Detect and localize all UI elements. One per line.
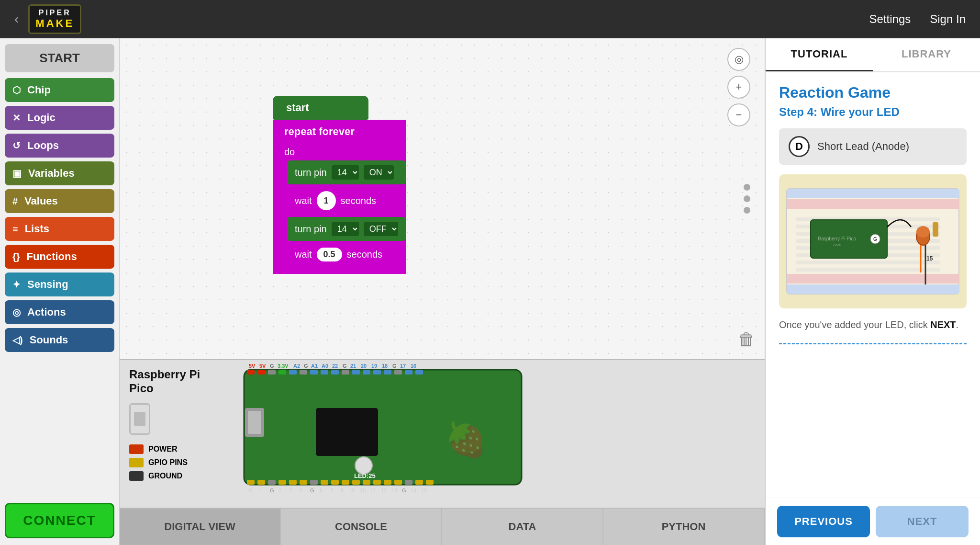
- previous-button[interactable]: PREVIOUS: [777, 506, 870, 537]
- trash-icon[interactable]: 🗑: [738, 329, 755, 350]
- functions-label: Functions: [27, 250, 77, 263]
- svg-text:G: G: [270, 488, 274, 493]
- svg-text:A0: A0: [322, 363, 328, 369]
- svg-text:4: 4: [300, 488, 302, 493]
- wait-label-1: wait: [295, 195, 312, 206]
- actions-icon: ◎: [12, 307, 21, 318]
- svg-rect-66: [384, 480, 391, 485]
- svg-rect-63: [352, 480, 360, 485]
- svg-rect-88: [796, 261, 940, 264]
- zoom-in-button[interactable]: +: [727, 76, 750, 99]
- svg-rect-78: [787, 189, 959, 198]
- panel-tab-tutorial[interactable]: TUTORIAL: [766, 38, 873, 71]
- start-block[interactable]: start: [273, 96, 368, 120]
- functions-icon: {}: [12, 251, 20, 262]
- sidebar: START ⬡ Chip ✕ Logic ↺ Loops ▣ Variables…: [0, 38, 120, 545]
- svg-rect-31: [384, 370, 391, 375]
- svg-text:3.3V: 3.3V: [278, 363, 289, 369]
- svg-text:G: G: [343, 363, 347, 369]
- wait-1-block[interactable]: wait 1 seconds: [287, 186, 406, 215]
- logic-label: Logic: [27, 112, 56, 124]
- svg-rect-26: [331, 370, 339, 375]
- state-selector-on[interactable]: ON: [364, 165, 394, 180]
- sidebar-item-sensing[interactable]: ✦ Sensing: [5, 272, 114, 296]
- tab-data[interactable]: DATA: [442, 509, 603, 545]
- pi-label-area: Raspberry Pi Pico POWER: [120, 360, 215, 508]
- svg-text:18: 18: [382, 363, 388, 369]
- loops-icon: ↺: [12, 140, 21, 151]
- do-label: do: [273, 144, 406, 160]
- sidebar-start-label: START: [5, 44, 114, 72]
- sidebar-item-actions[interactable]: ◎ Actions: [5, 300, 114, 324]
- svg-text:🍓: 🍓: [445, 420, 487, 460]
- svg-rect-25: [321, 370, 328, 375]
- legend-ground: GROUND: [129, 471, 206, 481]
- repeat-block[interactable]: repeat forever do turn pin 14: [273, 120, 406, 274]
- sidebar-item-functions[interactable]: {} Functions: [5, 245, 114, 269]
- instruction-badge: D: [789, 136, 810, 157]
- svg-point-72: [355, 457, 372, 474]
- next-button[interactable]: NEXT: [876, 506, 969, 537]
- pi-title: Raspberry Pi Pico: [129, 368, 206, 396]
- wait-05-block[interactable]: wait 0.5 seconds: [287, 243, 406, 266]
- svg-text:2020: 2020: [833, 243, 841, 247]
- svg-text:16: 16: [411, 363, 416, 369]
- svg-text:G: G: [402, 488, 406, 493]
- sounds-icon: ◁): [12, 334, 23, 346]
- turn-pin-on-block[interactable]: turn pin 14 ON: [287, 160, 406, 184]
- connect-button[interactable]: CONNECT: [5, 503, 114, 538]
- settings-button[interactable]: Settings: [869, 12, 911, 26]
- instruction-text: Short Lead (Anode): [817, 140, 909, 153]
- blocks-area[interactable]: ◎ + − 🗑 start: [120, 38, 765, 359]
- svg-text:Raspberry Pi Pico: Raspberry Pi Pico: [818, 236, 856, 241]
- zoom-out-button[interactable]: −: [727, 103, 750, 126]
- dots-panel: [744, 184, 750, 214]
- sidebar-item-logic[interactable]: ✕ Logic: [5, 106, 114, 130]
- pin-selector-1[interactable]: 14: [332, 165, 359, 180]
- target-button[interactable]: ◎: [727, 48, 750, 71]
- state-selector-off[interactable]: OFF: [364, 222, 398, 236]
- dot-2: [744, 195, 750, 202]
- variables-label: Variables: [28, 167, 75, 180]
- sidebar-item-loops[interactable]: ↺ Loops: [5, 134, 114, 158]
- seconds-label-2: seconds: [347, 249, 383, 260]
- logo-make-text: MAKE: [35, 17, 74, 30]
- svg-text:G: G: [270, 363, 274, 369]
- svg-text:5V: 5V: [259, 363, 266, 369]
- logo: PIPER MAKE: [28, 4, 81, 34]
- block-wrapper: start repeat forever do turn pin: [273, 96, 406, 274]
- logo-piper-text: PIPER: [39, 9, 71, 17]
- pi-section: Raspberry Pi Pico POWER: [120, 359, 765, 508]
- svg-rect-33: [405, 370, 412, 375]
- tab-digital-view[interactable]: DIGITAL VIEW: [120, 509, 281, 545]
- svg-rect-59: [310, 480, 318, 485]
- tutorial-step: Step 4: Wire your LED: [779, 105, 967, 119]
- pin-selector-2[interactable]: 14: [332, 222, 359, 236]
- turn-pin-off-block[interactable]: turn pin 14 OFF: [287, 217, 406, 241]
- svg-text:1: 1: [259, 488, 262, 493]
- svg-rect-56: [278, 480, 286, 485]
- sidebar-item-sounds[interactable]: ◁) Sounds: [5, 328, 114, 352]
- sidebar-item-variables[interactable]: ▣ Variables: [5, 161, 114, 185]
- sidebar-item-lists[interactable]: ≡ Lists: [5, 217, 114, 241]
- svg-text:G: G: [873, 237, 877, 242]
- svg-rect-23: [300, 370, 307, 375]
- sidebar-item-values[interactable]: # Values: [5, 189, 114, 213]
- circuit-diagram: Raspberry Pi Pico 2020 G: [782, 184, 964, 299]
- tab-python[interactable]: PYTHON: [603, 509, 765, 545]
- signin-button[interactable]: Sign In: [930, 12, 966, 26]
- svg-text:LED:25: LED:25: [354, 472, 376, 479]
- panel-tabs: TUTORIAL LIBRARY: [766, 38, 980, 72]
- svg-text:9: 9: [351, 488, 354, 493]
- wait-value-2: 0.5: [317, 248, 342, 261]
- svg-text:G: G: [392, 363, 397, 369]
- svg-rect-75: [248, 411, 261, 434]
- panel-tab-library[interactable]: LIBRARY: [873, 38, 980, 71]
- sidebar-item-chip[interactable]: ⬡ Chip: [5, 78, 114, 102]
- logic-icon: ✕: [12, 112, 21, 124]
- legend-gpio: GPIO PINS: [129, 458, 206, 467]
- svg-rect-54: [257, 480, 265, 485]
- tab-console[interactable]: CONSOLE: [281, 509, 442, 545]
- svg-rect-57: [289, 480, 297, 485]
- back-button[interactable]: ‹: [14, 11, 19, 27]
